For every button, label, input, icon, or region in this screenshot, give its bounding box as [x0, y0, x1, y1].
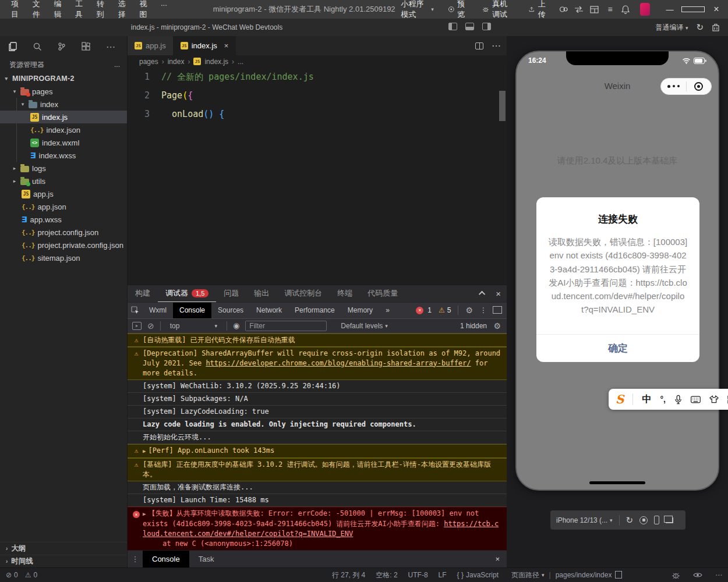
live-expression-eye-icon[interactable]: ◉: [233, 321, 239, 330]
multi-window-icon[interactable]: [666, 517, 673, 523]
menu-tools[interactable]: 工具: [70, 0, 91, 20]
compile-mode-select[interactable]: 普通编译 ▾: [656, 23, 688, 33]
console-warning-row[interactable]: ⚠ [Deprecation] SharedArrayBuffer will r…: [128, 347, 507, 380]
explorer-more-icon[interactable]: ...: [114, 61, 120, 69]
tab-debug-console[interactable]: 调试控制台: [277, 285, 330, 302]
console-info-row[interactable]: [system] LazyCodeLoading: true: [128, 406, 507, 418]
devtools-tab-network[interactable]: Network: [250, 303, 288, 318]
inspect-element-icon[interactable]: [128, 306, 143, 314]
tree-file-index-json[interactable]: {..} index.json: [0, 123, 127, 136]
copy-icon[interactable]: [616, 572, 622, 579]
code-editor[interactable]: 1 // 全新的 pages/index/index.js 2 Page({ 3…: [128, 68, 507, 285]
problems-summary[interactable]: ⊘0 ⚠0: [0, 571, 37, 579]
tree-root[interactable]: ▾ MINIPROGRAM-2: [0, 72, 127, 85]
devtools-tab-sources[interactable]: Sources: [211, 303, 250, 318]
more-menu-button[interactable]: [661, 85, 686, 88]
tab-build[interactable]: 构建: [128, 285, 158, 302]
clear-console-icon[interactable]: ⊘: [147, 321, 154, 331]
user-avatar[interactable]: [640, 3, 650, 16]
language-mode[interactable]: { }JavaScript: [457, 571, 499, 579]
encoding[interactable]: UTF-8: [408, 571, 428, 579]
menu-more[interactable]: ...: [156, 0, 172, 20]
editor-more-icon[interactable]: ⋯: [492, 40, 501, 51]
devtools-tab-console[interactable]: Console: [173, 303, 211, 318]
tree-file-project-config[interactable]: {..} project.config.json: [0, 226, 127, 239]
tree-folder-logs[interactable]: ▸ logs: [0, 162, 127, 175]
dock-side-icon[interactable]: [494, 307, 502, 314]
ime-punctuation-toggle[interactable]: °,: [660, 395, 666, 404]
close-panel-icon[interactable]: ×: [496, 289, 501, 299]
tree-file-index-wxss[interactable]: Ǝ index.wxss: [0, 149, 127, 162]
console-info-row[interactable]: [system] WeChatLib: 3.10.2 (2025.9.25 20…: [128, 380, 507, 393]
cloud-icon[interactable]: [557, 5, 570, 13]
clear-cache-icon[interactable]: [712, 23, 720, 31]
menu-project[interactable]: 项目: [6, 0, 27, 20]
outline-section[interactable]: › 大纲: [0, 542, 127, 555]
kebab-menu-icon[interactable]: ⋮: [480, 306, 487, 314]
extensions-icon[interactable]: [82, 42, 91, 51]
close-miniprogram-button[interactable]: [687, 82, 712, 91]
console-info-row[interactable]: 页面加载，准备测试数据库连接...: [128, 481, 507, 494]
tree-folder-index[interactable]: ▾ index: [0, 98, 127, 111]
menu-file[interactable]: 文件: [27, 0, 49, 20]
sogou-logo-icon[interactable]: S: [616, 392, 624, 406]
tab-code-quality[interactable]: 代码质量: [360, 285, 405, 302]
keyboard-icon[interactable]: [691, 396, 701, 403]
tab-problems[interactable]: 问题: [216, 285, 246, 302]
close-button[interactable]: ×: [705, 4, 728, 15]
tree-file-index-js[interactable]: JS index.js: [0, 111, 127, 123]
list-menu-icon[interactable]: ≡: [603, 5, 617, 14]
tab-index-js[interactable]: JS index.js ×: [174, 36, 236, 55]
devtools-tab-wxml[interactable]: Wxml: [143, 303, 173, 318]
tree-folder-pages[interactable]: ▾ pages: [0, 85, 127, 98]
timeline-section[interactable]: › 时间线: [0, 555, 127, 567]
context-selector[interactable]: top▾: [167, 321, 221, 331]
console-error-row[interactable]: × ▶【失败】从共享环境中读取数据失败: Error: errCode: -50…: [128, 507, 507, 551]
page-path-selector[interactable]: 页面路径 ▾: [511, 570, 545, 580]
collapse-panel-icon[interactable]: [479, 291, 485, 297]
skin-shirt-icon[interactable]: [709, 395, 719, 403]
console-warning-row[interactable]: ⚠ ▶[Perf] App.onLaunch took 143ms: [128, 444, 507, 458]
console-info-row[interactable]: [system] Launch Time: 15488 ms: [128, 494, 507, 507]
switch-compare-icon[interactable]: [572, 6, 586, 13]
mode-select-button[interactable]: 小程序模式▾: [395, 0, 440, 20]
upload-button[interactable]: 上传: [522, 0, 554, 20]
log-levels-select[interactable]: Default levels ▾: [341, 322, 388, 330]
expand-caret-icon[interactable]: ▶: [143, 448, 146, 454]
ime-language-toggle[interactable]: 中: [642, 393, 651, 406]
remote-debug-button[interactable]: 真机调试: [476, 0, 520, 20]
console-info-row[interactable]: 开始初始化云环境...: [128, 431, 507, 444]
console-settings-gear-icon[interactable]: ⚙: [493, 321, 501, 331]
tree-file-app-json[interactable]: {..} app.json: [0, 200, 127, 213]
rotate-device-icon[interactable]: [654, 516, 659, 524]
eol-type[interactable]: LF: [439, 571, 447, 579]
bell-icon[interactable]: [619, 5, 632, 14]
tab-output[interactable]: 输出: [246, 285, 277, 302]
record-icon[interactable]: [639, 516, 648, 524]
maximize-button[interactable]: [681, 5, 705, 14]
split-editor-icon[interactable]: [475, 42, 483, 49]
tree-file-index-wxml[interactable]: <> index.wxml: [0, 136, 127, 149]
tab-app-js[interactable]: JS app.js: [128, 36, 174, 55]
bottom-tab-console[interactable]: Console: [143, 551, 189, 567]
files-icon[interactable]: [8, 42, 17, 51]
devtools-tab-performance[interactable]: Performance: [288, 303, 341, 318]
console-info-row[interactable]: Lazy code loading is enabled. Only injec…: [128, 418, 507, 431]
console-warning-row[interactable]: ⚠ [基础库] 正在使用灰度中的基础库 3.10.2 进行调试。如有问题，请前往…: [128, 458, 507, 481]
watch-eye-icon[interactable]: [693, 572, 702, 579]
tab-terminal[interactable]: 终端: [330, 285, 360, 302]
toggle-sidebar-icon[interactable]: [448, 23, 457, 30]
expand-caret-icon[interactable]: ▶: [143, 511, 146, 517]
cursor-position[interactable]: 行 27, 列 4: [332, 570, 365, 580]
tree-folder-utils[interactable]: ▸ utils: [0, 175, 127, 187]
devtools-warning-count[interactable]: ⚠5: [439, 306, 451, 314]
close-console-icon[interactable]: ×: [495, 555, 500, 563]
layout-grid-icon[interactable]: [588, 6, 602, 13]
devtools-error-count[interactable]: ×1: [416, 306, 432, 314]
debug-bug-icon[interactable]: [672, 571, 680, 580]
dialog-confirm-button[interactable]: 确定: [536, 334, 699, 362]
tree-file-app-js[interactable]: JS app.js: [0, 187, 127, 200]
tree-file-project-private-config[interactable]: {..} project.private.config.json: [0, 239, 127, 251]
microphone-icon[interactable]: [674, 395, 682, 404]
menu-goto[interactable]: 转到: [91, 0, 113, 20]
